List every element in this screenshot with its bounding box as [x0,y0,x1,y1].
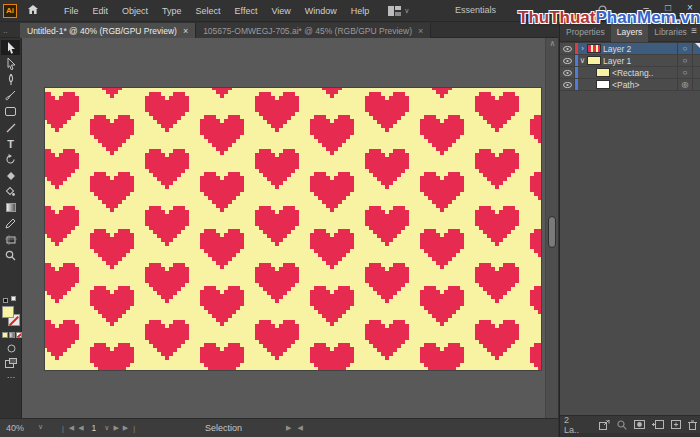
layer-count-label: 2 La.. [564,415,585,435]
right-dock-panel: » Properties Layers Libraries ≡ › Layer … [559,22,700,437]
menu-object[interactable]: Object [115,6,155,16]
minimize-button[interactable]: – [640,2,652,13]
layer-row-rectangle[interactable]: <Rectang.. ○ [560,67,700,79]
menu-select[interactable]: Select [189,6,228,16]
make-clipping-mask-button[interactable] [634,420,645,429]
arrange-documents-button[interactable]: ∨ [388,6,409,16]
collect-for-export-button[interactable] [599,420,610,430]
tab-libraries[interactable]: Libraries [648,22,693,42]
selection-column[interactable] [692,55,700,66]
tab-untitled-1[interactable]: Untitled-1* @ 40% (RGB/GPU Preview) × [20,23,196,38]
first-artboard-button[interactable]: |◀ [62,424,74,432]
target-circle[interactable]: ○ [677,55,692,66]
zoom-tool[interactable] [1,248,20,263]
search-icon[interactable] [598,5,609,18]
new-layer-button[interactable] [671,420,681,429]
target-circle[interactable]: ○ [677,67,692,78]
menu-file[interactable]: File [57,6,86,16]
last-artboard-button[interactable]: ▶| [123,424,135,432]
selection-column[interactable] [692,43,700,54]
layer-row-layer-2[interactable]: › Layer 2 ○ [560,43,700,55]
zoom-level-field[interactable]: 40% [6,423,24,433]
pencil-tool[interactable] [1,216,20,231]
menu-effect[interactable]: Effect [228,6,265,16]
selection-tool[interactable] [1,40,20,55]
scrollbar-thumb[interactable] [548,216,556,248]
color-swatch[interactable] [2,332,8,338]
zoom-dropdown-icon[interactable]: ∨ [38,423,43,433]
target-circle[interactable]: ○ [677,43,692,54]
illustrator-logo-icon[interactable]: Ai [3,4,17,18]
visibility-toggle[interactable] [560,79,575,90]
artboard-tool[interactable] [1,232,20,247]
target-circle[interactable]: ◎ [677,79,692,90]
artboard-number-field[interactable]: 1 [88,423,101,433]
eye-icon [563,46,572,52]
status-left-icon[interactable]: ◀ [298,424,303,432]
selection-column[interactable] [692,67,700,78]
panel-menu-icon[interactable]: ≡ [691,25,697,36]
close-button[interactable]: × [684,2,696,13]
fill-color-swatch[interactable] [2,306,14,318]
layer-name[interactable]: Layer 2 [601,43,677,54]
maximize-button[interactable]: □ [662,2,674,13]
tab-105675-omwegj-705[interactable]: 105675-OMWEGJ-705.ai* @ 45% (RGB/GPU Pre… [196,23,431,38]
new-sublayer-button[interactable] [652,420,664,429]
vertical-scrollbar[interactable]: ∧ [545,38,558,418]
gradient-swatch[interactable] [9,332,15,338]
visibility-toggle[interactable] [560,55,575,66]
selection-column[interactable] [692,79,700,90]
drawing-modes-button[interactable] [0,344,22,355]
locate-object-button[interactable] [617,420,627,430]
tab-properties[interactable]: Properties [560,22,611,42]
status-right-icon[interactable]: ▶ [286,424,291,432]
pen-tool[interactable] [1,72,20,87]
artboard[interactable] [45,88,541,370]
status-bar-options[interactable]: ▶ ◀ [286,424,303,432]
menu-edit[interactable]: Edit [86,6,116,16]
canvas-pasteboard[interactable]: ∧ [22,38,558,418]
gradient-tool[interactable] [1,200,20,215]
tab-layers[interactable]: Layers [611,22,649,42]
layer-name[interactable]: <Path> [610,79,677,90]
scroll-up-icon[interactable]: ∧ [548,39,557,48]
line-segment-tool[interactable] [1,120,20,135]
rotate-tool[interactable] [1,152,20,167]
type-tool[interactable]: T [1,136,20,151]
layer-thumbnail[interactable] [596,80,610,89]
expand-icon[interactable]: › [578,43,587,54]
panel-tab-bar: » Properties Layers Libraries ≡ [560,22,700,42]
layer-thumbnail[interactable] [587,44,601,53]
expand-icon[interactable]: ∨ [578,55,587,66]
menu-view[interactable]: View [264,6,297,16]
next-artboard-button[interactable]: ▶ [113,424,118,432]
previous-artboard-button[interactable]: ◀ [78,424,83,432]
layer-thumbnail[interactable] [596,68,610,77]
artboard-dropdown-icon[interactable]: ∨ [104,424,109,432]
layer-row-layer-1[interactable]: ∨ Layer 1 ○ [560,55,700,67]
tab-close-icon[interactable]: × [418,26,423,36]
tab-close-icon[interactable]: × [183,26,188,36]
rectangle-tool[interactable] [1,104,20,119]
delete-layer-button[interactable] [688,420,697,430]
scale-tool[interactable] [1,168,20,183]
layer-name[interactable]: <Rectang.. [610,67,677,78]
layer-name[interactable]: Layer 1 [601,55,677,66]
tab-title: Untitled-1* @ 40% (RGB/GPU Preview) [27,26,177,36]
menu-help[interactable]: Help [344,6,377,16]
default-fill-stroke-icon[interactable] [3,296,19,304]
none-swatch[interactable] [16,332,22,338]
edit-toolbar-ellipsis[interactable]: … [0,370,22,380]
home-icon[interactable] [27,4,39,17]
workspace-switcher[interactable]: Essentials [455,5,496,15]
visibility-toggle[interactable] [560,67,575,78]
paintbrush-tool[interactable] [1,88,20,103]
menu-window[interactable]: Window [298,6,344,16]
layer-thumbnail[interactable] [587,56,601,65]
menu-type[interactable]: Type [155,6,189,16]
direct-selection-tool[interactable] [1,56,20,71]
visibility-toggle[interactable] [560,43,575,54]
screen-mode-button[interactable] [0,358,22,370]
shape-builder-tool[interactable] [1,184,20,199]
layer-row-path[interactable]: <Path> ◎ [560,79,700,91]
